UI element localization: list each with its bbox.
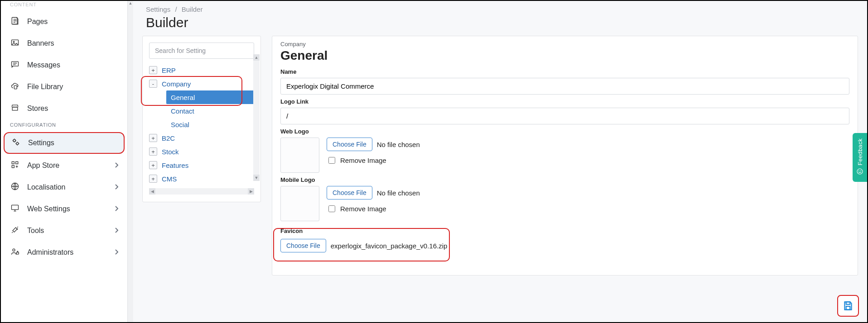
save-icon xyxy=(842,300,854,312)
chevron-right-icon xyxy=(115,162,118,170)
mobile-logo-remove-label: Remove Image xyxy=(340,205,386,213)
scroll-left-arrow-icon[interactable]: ◀ xyxy=(149,188,155,195)
mobile-logo-preview xyxy=(280,186,319,221)
smile-icon xyxy=(856,168,863,176)
sidebar-item-pages[interactable]: Pages xyxy=(1,11,127,33)
sidebar-item-label: Settings xyxy=(28,139,54,147)
tree-node-company-social[interactable]: Social xyxy=(149,118,254,131)
web-logo-remove-row[interactable]: Remove Image xyxy=(327,156,849,165)
tree-node-company[interactable]: - Company xyxy=(149,77,254,90)
feedback-tab[interactable]: Feedback xyxy=(853,133,867,182)
mobile-logo-row: Choose File No file chosen Remove Image xyxy=(280,186,849,221)
sidebar-item-messages[interactable]: Messages xyxy=(1,54,127,76)
collapse-toggle[interactable]: - xyxy=(149,80,157,88)
scroll-down-arrow-icon[interactable]: ▼ xyxy=(253,175,260,181)
logo-link-input[interactable] xyxy=(280,108,849,124)
mobile-logo-file-status: No file chosen xyxy=(377,189,420,197)
svg-point-6 xyxy=(16,142,19,145)
sidebar-item-label: Administrators xyxy=(27,248,73,256)
sidebar-gutter-scrollbar[interactable]: ▲ xyxy=(128,1,133,322)
svg-rect-9 xyxy=(12,166,14,168)
web-logo-remove-checkbox[interactable] xyxy=(328,157,335,164)
web-logo-preview xyxy=(280,138,319,173)
svg-rect-16 xyxy=(846,306,850,310)
tools-icon xyxy=(10,225,20,236)
scroll-up-arrow-icon[interactable]: ▲ xyxy=(253,54,260,61)
sidebar-item-label: Tools xyxy=(27,227,44,235)
tree-node-stock[interactable]: + Stock xyxy=(149,145,254,158)
expand-toggle[interactable]: + xyxy=(149,161,157,169)
breadcrumb-parent[interactable]: Settings xyxy=(146,5,170,13)
expand-toggle[interactable]: + xyxy=(149,147,157,156)
web-logo-label: Web Logo xyxy=(280,128,849,135)
sidebar-item-app-store[interactable]: App Store xyxy=(1,155,127,176)
svg-rect-7 xyxy=(12,162,14,164)
sidebar-item-web-settings[interactable]: Web Settings xyxy=(1,198,127,220)
save-button[interactable] xyxy=(837,295,859,317)
svg-point-17 xyxy=(857,169,863,174)
sidebar-item-banners[interactable]: Banners xyxy=(1,33,127,54)
mobile-logo-label: Mobile Logo xyxy=(280,176,849,183)
cloud-file-icon xyxy=(10,81,20,92)
sidebar-item-label: Messages xyxy=(27,61,60,69)
tree-vertical-scrollbar[interactable]: ▲ ▼ xyxy=(253,54,260,181)
name-input[interactable] xyxy=(280,78,849,95)
web-logo-choose-file-button[interactable]: Choose File xyxy=(327,138,372,151)
breadcrumb-separator: / xyxy=(172,5,179,13)
grid-plus-icon xyxy=(10,160,20,171)
breadcrumb-current: Builder xyxy=(182,5,203,13)
form-crumb: Company xyxy=(280,40,849,48)
expand-toggle[interactable]: + xyxy=(149,66,157,74)
user-lock-icon xyxy=(10,247,20,258)
favicon-choose-file-button[interactable]: Choose File xyxy=(280,239,326,252)
sidebar-item-stores[interactable]: Stores xyxy=(1,98,127,119)
svg-point-18 xyxy=(859,171,859,171)
sidebar-item-label: Stores xyxy=(27,104,48,113)
settings-search-wrapper xyxy=(149,43,254,59)
svg-rect-14 xyxy=(16,252,19,254)
web-logo-remove-label: Remove Image xyxy=(340,157,386,164)
svg-rect-11 xyxy=(12,205,19,209)
chevron-right-icon xyxy=(115,183,118,191)
sidebar-item-label: Banners xyxy=(27,39,54,48)
tree-node-company-general[interactable]: General xyxy=(166,90,254,104)
tree-horizontal-scrollbar[interactable]: ◀ ▶ xyxy=(149,188,254,195)
sidebar-item-label: File Library xyxy=(27,83,63,91)
tree-node-erp[interactable]: + ERP xyxy=(149,63,254,77)
settings-search-input[interactable] xyxy=(149,43,254,59)
svg-point-13 xyxy=(13,249,15,251)
sidebar-item-label: Web Settings xyxy=(27,205,70,213)
mobile-logo-choose-file-button[interactable]: Choose File xyxy=(327,186,372,200)
gears-icon xyxy=(11,138,21,148)
favicon-label: Favicon xyxy=(280,228,849,234)
sidebar-item-label: Localisation xyxy=(27,183,66,191)
monitor-icon xyxy=(10,204,20,214)
main-area: Settings / Builder Builder + ERP - Compa… xyxy=(133,1,867,322)
tree-node-features[interactable]: + Features xyxy=(149,158,254,172)
store-icon xyxy=(10,103,20,114)
web-logo-row: Choose File No file chosen Remove Image xyxy=(280,138,849,173)
sidebar-item-label: Pages xyxy=(27,18,48,26)
sidebar-item-file-library[interactable]: File Library xyxy=(1,76,127,98)
sidebar-item-tools[interactable]: Tools xyxy=(1,220,127,242)
svg-rect-4 xyxy=(14,86,17,89)
logo-link-label: Logo Link xyxy=(280,98,849,105)
form-title: General xyxy=(280,48,849,63)
scroll-up-arrow-icon[interactable]: ▲ xyxy=(128,1,133,5)
settings-tree-panel: + ERP - Company General Contact Social + xyxy=(142,36,261,202)
form-panel: Company General Name Logo Link Web Logo … xyxy=(272,36,858,276)
sidebar-item-localisation[interactable]: Localisation xyxy=(1,176,127,198)
sidebar-item-administrators[interactable]: Administrators xyxy=(1,242,127,263)
tree-node-company-contact[interactable]: Contact xyxy=(149,104,254,118)
mobile-logo-remove-row[interactable]: Remove Image xyxy=(327,204,849,214)
expand-toggle[interactable]: + xyxy=(149,175,157,183)
tree-node-cms[interactable]: + CMS xyxy=(149,172,254,185)
mobile-logo-remove-checkbox[interactable] xyxy=(328,205,335,212)
sidebar-item-settings[interactable]: Settings xyxy=(4,132,125,154)
expand-toggle[interactable]: + xyxy=(149,134,157,142)
svg-rect-8 xyxy=(16,162,18,164)
tree-node-b2c[interactable]: + B2C xyxy=(149,131,254,145)
scroll-right-arrow-icon[interactable]: ▶ xyxy=(248,188,254,195)
feedback-label: Feedback xyxy=(857,138,863,166)
sidebar-group-configuration-label: CONFIGURATION xyxy=(1,119,127,131)
